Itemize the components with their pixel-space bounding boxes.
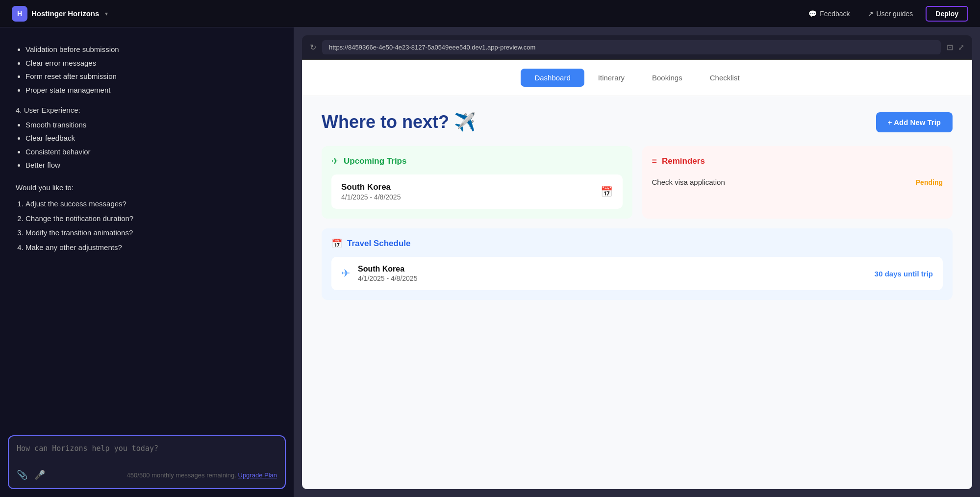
trip-dates: 4/1/2025 - 4/8/2025: [341, 193, 401, 201]
options-list: Adjust the success messages? Change the …: [16, 198, 278, 253]
list-item: Modify the transition animations?: [25, 226, 278, 239]
browser-chrome: ↻ https://8459366e-4e50-4e23-8127-5a0549…: [302, 35, 972, 60]
reminders-title: Reminders: [662, 156, 705, 166]
app-header: Where to next? ✈️ + Add New Trip: [322, 112, 953, 132]
chat-panel: Validation before submission Clear error…: [0, 27, 294, 497]
page-title: Where to next? ✈️: [322, 112, 476, 132]
reminder-text: Check visa application: [652, 178, 725, 186]
cards-row: ✈ Upcoming Trips South Korea 4/1/2025 - …: [322, 146, 953, 219]
plane-schedule-icon: ✈: [341, 267, 350, 280]
trip-info: South Korea 4/1/2025 - 4/8/2025: [341, 182, 401, 201]
add-new-trip-button[interactable]: + Add New Trip: [876, 112, 953, 132]
browser-panel: ↻ https://8459366e-4e50-4e23-8127-5a0549…: [294, 27, 980, 497]
messages-remaining: 450/500 monthly messages remaining.: [127, 472, 236, 479]
list-item: Validation before submission: [25, 43, 278, 56]
reminders-card-header: ≡ Reminders: [652, 156, 943, 166]
trip-name: South Korea: [341, 182, 401, 192]
app-title: Hostinger Horizons: [31, 9, 99, 18]
schedule-trip-name: South Korea: [358, 265, 867, 273]
deploy-button[interactable]: Deploy: [926, 6, 968, 22]
plane-icon: ✈: [331, 156, 339, 167]
list-item: Adjust the success messages?: [25, 198, 278, 210]
list-item: Consistent behavior: [25, 146, 278, 158]
days-until-trip: 30 days until trip: [875, 270, 933, 278]
app-body: Where to next? ✈️ + Add New Trip ✈ Upcom…: [302, 96, 972, 489]
feedback-icon: 💬: [808, 10, 817, 18]
chat-input-footer: 📎 🎤 450/500 monthly messages remaining. …: [17, 470, 277, 480]
external-link-icon: ↗: [868, 10, 874, 18]
reminder-status-badge: Pending: [916, 178, 943, 186]
user-guides-label: User guides: [877, 10, 913, 18]
expand-button[interactable]: ⤢: [958, 43, 964, 52]
desktop-view-button[interactable]: ⊡: [947, 43, 953, 52]
nav-left: H Hostinger Horizons ▾: [12, 6, 108, 22]
list-item: Form reset after submission: [25, 70, 278, 83]
chat-icon-group: 📎 🎤: [17, 470, 45, 480]
tab-itinerary[interactable]: Itinerary: [584, 69, 638, 87]
upcoming-trips-card: ✈ Upcoming Trips South Korea 4/1/2025 - …: [322, 146, 632, 219]
browser-actions: ⊡ ⤢: [947, 43, 964, 52]
app-logo: H: [12, 6, 27, 22]
ux-list: Smooth transitions Clear feedback Consis…: [16, 119, 278, 172]
calendar-blue-icon: 📅: [331, 238, 342, 249]
schedule-info: South Korea 4/1/2025 - 4/8/2025: [358, 265, 867, 282]
list-icon: ≡: [652, 156, 657, 166]
user-guides-button[interactable]: ↗ User guides: [863, 7, 918, 21]
list-item: Smooth transitions: [25, 119, 278, 131]
app-content: Dashboard Itinerary Bookings Checklist W…: [302, 60, 972, 489]
tab-checklist[interactable]: Checklist: [696, 69, 754, 87]
tab-dashboard[interactable]: Dashboard: [521, 69, 584, 87]
schedule-card-header: 📅 Travel Schedule: [331, 238, 943, 249]
calendar-icon: 📅: [601, 186, 613, 198]
trip-item[interactable]: South Korea 4/1/2025 - 4/8/2025 📅: [331, 174, 623, 209]
browser-url-bar[interactable]: https://8459366e-4e50-4e23-8127-5a0549ee…: [322, 40, 941, 54]
schedule-trip-dates: 4/1/2025 - 4/8/2025: [358, 274, 867, 282]
browser-refresh-button[interactable]: ↻: [310, 43, 316, 52]
reminder-item: Check visa application Pending: [652, 174, 943, 190]
chat-footer-info: 450/500 monthly messages remaining. Upgr…: [127, 472, 277, 479]
list-item: Clear feedback: [25, 132, 278, 145]
list-item: Change the notification duration?: [25, 212, 278, 225]
upcoming-card-header: ✈ Upcoming Trips: [331, 156, 623, 167]
ux-section-header: 4. User Experience:: [16, 104, 278, 117]
travel-schedule-card: 📅 Travel Schedule ✈ South Korea 4/1/2025…: [322, 228, 953, 300]
chevron-down-icon: ▾: [105, 10, 108, 17]
chat-input-area: 📎 🎤 450/500 monthly messages remaining. …: [8, 435, 286, 489]
attach-icon[interactable]: 📎: [17, 470, 27, 480]
schedule-item[interactable]: ✈ South Korea 4/1/2025 - 4/8/2025 30 day…: [331, 257, 943, 290]
chat-messages: Validation before submission Clear error…: [0, 27, 294, 427]
feedback-label: Feedback: [820, 10, 850, 18]
reminders-card: ≡ Reminders Check visa application Pendi…: [642, 146, 953, 219]
bullets-list: Validation before submission Clear error…: [16, 43, 278, 96]
tab-bookings[interactable]: Bookings: [638, 69, 696, 87]
question-text: Would you like to:: [16, 181, 278, 194]
top-navigation: H Hostinger Horizons ▾ 💬 Feedback ↗ User…: [0, 0, 980, 27]
list-item: Clear error messages: [25, 57, 278, 70]
feedback-button[interactable]: 💬 Feedback: [804, 7, 854, 21]
upcoming-trips-title: Upcoming Trips: [344, 156, 406, 166]
chat-input[interactable]: [17, 444, 277, 462]
main-content: Validation before submission Clear error…: [0, 27, 980, 497]
nav-right: 💬 Feedback ↗ User guides Deploy: [804, 6, 968, 22]
travel-schedule-title: Travel Schedule: [347, 239, 410, 248]
upgrade-plan-link[interactable]: Upgrade Plan: [238, 472, 277, 479]
list-item: Better flow: [25, 159, 278, 172]
mic-icon[interactable]: 🎤: [34, 470, 45, 480]
list-item: Proper state management: [25, 84, 278, 97]
app-navigation: Dashboard Itinerary Bookings Checklist: [302, 60, 972, 96]
list-item: Make any other adjustments?: [25, 241, 278, 254]
